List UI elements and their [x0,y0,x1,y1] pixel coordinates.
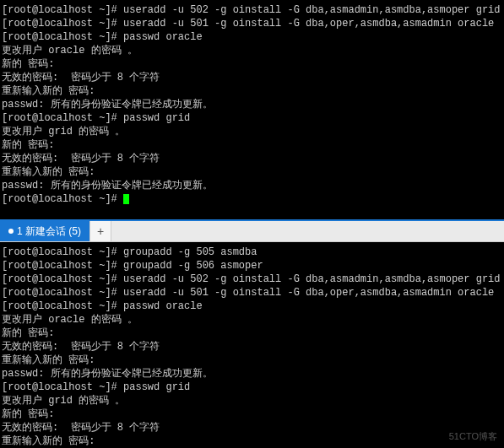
terminal-line: 无效的密码: 密码少于 8 个字符 [2,152,502,165]
terminal-line: 更改用户 grid 的密码 。 [2,125,502,138]
terminal-line: 重新输入新的 密码: [2,354,502,367]
terminal-line: [root@localhost ~]# passwd grid [2,111,502,125]
terminal-line: 无效的密码: 密码少于 8 个字符 [2,421,502,435]
terminal-line: [root@localhost ~]# groupadd -g 506 asmo… [2,259,502,273]
terminal-line: 更改用户 oracle 的密码 。 [2,313,502,327]
terminal-line: 新的 密码: [2,57,502,71]
tab-label: 1 新建会话 (5) [17,224,81,239]
terminal-pane-bottom[interactable]: [root@localhost ~]# groupadd -g 505 asmd… [0,242,504,448]
terminal-line: 无效的密码: 密码少于 8 个字符 [2,340,502,354]
terminal-line: [root@localhost ~]# useradd -u 502 -g oi… [2,3,502,17]
terminal-pane-top[interactable]: [root@localhost ~]# useradd -u 502 -g oi… [0,0,504,219]
terminal-line: passwd: 所有的身份验证令牌已经成功更新。 [2,367,502,381]
terminal-line: 新的 密码: [2,138,502,152]
terminal-line: passwd: 所有的身份验证令牌已经成功更新。 [2,179,502,192]
plus-icon: + [97,224,104,238]
tab-bar: 1 新建会话 (5) + [0,221,504,242]
terminal-line: 无效的密码: 密码少于 8 个字符 [2,71,502,84]
terminal-line: [root@localhost ~]# useradd -u 501 -g oi… [2,286,502,300]
terminal-line: 更改用户 grid 的密码 。 [2,394,502,408]
terminal-cursor [123,194,129,204]
terminal-line: 重新输入新的 密码: [2,84,502,98]
terminal-line: 重新输入新的 密码: [2,435,502,448]
terminal-line: 更改用户 oracle 的密码 。 [2,44,502,57]
terminal-line: 新的 密码: [2,408,502,421]
terminal-line: [root@localhost ~]# passwd oracle [2,300,502,313]
tab-session-1[interactable]: 1 新建会话 (5) [0,221,89,241]
terminal-line: [root@localhost ~]# groupadd -g 505 asmd… [2,246,502,259]
tab-indicator-icon [8,229,14,234]
terminal-line: [root@localhost ~]# [2,192,502,206]
terminal-line: [root@localhost ~]# useradd -u 502 -g oi… [2,273,502,286]
terminal-line: [root@localhost ~]# passwd oracle [2,30,502,44]
terminal-line: [root@localhost ~]# useradd -u 501 -g oi… [2,17,502,30]
terminal-line: 重新输入新的 密码: [2,165,502,179]
terminal-line: 新的 密码: [2,327,502,340]
terminal-line: passwd: 所有的身份验证令牌已经成功更新。 [2,98,502,111]
new-tab-button[interactable]: + [89,221,111,241]
terminal-line: [root@localhost ~]# passwd grid [2,381,502,394]
